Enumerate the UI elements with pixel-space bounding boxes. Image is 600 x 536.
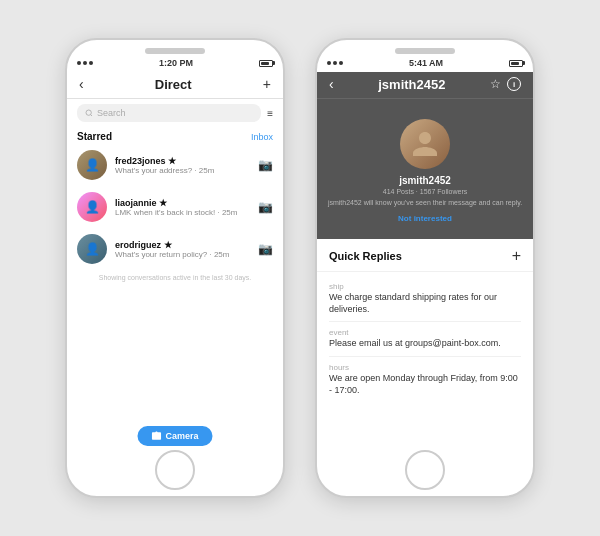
status-icons [259, 60, 273, 67]
status-icons-2 [509, 60, 523, 67]
phone-1: 1:20 PM ‹ Direct + Search ≡ Starred Inbo… [65, 38, 285, 498]
quick-replies-title: Quick Replies [329, 250, 402, 262]
quick-replies-list: ship We charge standard shipping rates f… [317, 272, 533, 496]
search-input-wrapper[interactable]: Search [77, 104, 261, 122]
back-button-2[interactable]: ‹ [329, 76, 334, 92]
profile-stats: 414 Posts · 1567 Followers [383, 188, 467, 195]
status-bar-1: 1:20 PM [67, 40, 283, 72]
battery-fill-2 [511, 62, 519, 65]
camera-button[interactable]: Camera [137, 426, 212, 446]
nav-bar-1: ‹ Direct + [67, 72, 283, 99]
add-button[interactable]: + [263, 76, 271, 92]
message-content-2: liaojannie ★ LMK when it's back in stock… [115, 198, 250, 217]
status-time-2: 5:41 AM [409, 58, 443, 68]
preview-2: LMK when it's back in stock! · 25m [115, 208, 250, 217]
camera-icon-2: 📷 [258, 200, 273, 214]
search-placeholder: Search [97, 108, 126, 118]
preview-1: What's your address? · 25m [115, 166, 250, 175]
message-item[interactable]: 👤 fred23jones ★ What's your address? · 2… [67, 144, 283, 186]
quick-reply-item-2[interactable]: event Please email us at groups@paint-bo… [317, 322, 533, 356]
quick-reply-item-3[interactable]: hours We are open Monday through Friday,… [317, 357, 533, 402]
username-1: fred23jones ★ [115, 156, 250, 166]
info-button[interactable]: i [507, 77, 521, 91]
camera-button-label: Camera [165, 431, 198, 441]
camera-icon-1: 📷 [258, 158, 273, 172]
not-interested-button[interactable]: Not interested [398, 214, 452, 223]
message-content-3: erodriguez ★ What's your return policy? … [115, 240, 250, 259]
status-bar-2: 5:41 AM [317, 40, 533, 72]
avatar-icon [410, 129, 440, 159]
profile-description: jsmith2452 will know you've seen their m… [328, 199, 522, 206]
phone-2: 5:41 AM ‹ jsmith2452 ☆ i jsmith2452 414 … [315, 38, 535, 498]
signal-dots [77, 61, 93, 65]
battery-fill [261, 62, 269, 65]
inbox-link[interactable]: Inbox [251, 132, 273, 142]
profile-username: jsmith2452 [399, 175, 451, 186]
dot-4 [327, 61, 331, 65]
signal-dots-2 [327, 61, 343, 65]
reply-text-2: Please email us at groups@paint-box.com. [329, 338, 521, 350]
nav-title: Direct [155, 77, 192, 92]
battery-icon-2 [509, 60, 523, 67]
dot-3 [89, 61, 93, 65]
message-content-1: fred23jones ★ What's your address? · 25m [115, 156, 250, 175]
back-button[interactable]: ‹ [79, 76, 84, 92]
message-item-3[interactable]: 👤 erodriguez ★ What's your return policy… [67, 228, 283, 270]
profile-nav-username: jsmith2452 [378, 77, 445, 92]
quick-replies-header: Quick Replies + [317, 239, 533, 272]
svg-line-1 [91, 115, 92, 116]
showing-note: Showing conversations active in the last… [67, 270, 283, 285]
shortcut-2: event [329, 328, 521, 337]
quick-reply-item-1[interactable]: ship We charge standard shipping rates f… [317, 276, 533, 321]
svg-point-0 [86, 110, 91, 115]
shortcut-3: hours [329, 363, 521, 372]
dot-5 [333, 61, 337, 65]
star-button[interactable]: ☆ [490, 77, 501, 91]
dot-1 [77, 61, 81, 65]
starred-section-header: Starred Inbox [67, 127, 283, 144]
profile-section: jsmith2452 414 Posts · 1567 Followers js… [317, 99, 533, 239]
search-icon [85, 109, 93, 117]
camera-icon-3: 📷 [258, 242, 273, 256]
camera-icon-btn [151, 431, 161, 441]
status-time: 1:20 PM [159, 58, 193, 68]
avatar-2: 👤 [77, 192, 107, 222]
nav-bar-2: ‹ jsmith2452 ☆ i [317, 72, 533, 99]
avatar-1: 👤 [77, 150, 107, 180]
search-bar: Search ≡ [67, 99, 283, 127]
username-3: erodriguez ★ [115, 240, 250, 250]
reply-text-3: We are open Monday through Friday, from … [329, 373, 521, 396]
info-icon-label: i [513, 80, 515, 89]
dot-2 [83, 61, 87, 65]
message-item-2[interactable]: 👤 liaojannie ★ LMK when it's back in sto… [67, 186, 283, 228]
battery-icon [259, 60, 273, 67]
avatar-3: 👤 [77, 234, 107, 264]
filter-icon[interactable]: ≡ [267, 108, 273, 119]
username-2: liaojannie ★ [115, 198, 250, 208]
reply-text-1: We charge standard shipping rates for ou… [329, 292, 521, 315]
preview-3: What's your return policy? · 25m [115, 250, 250, 259]
starred-title: Starred [77, 131, 112, 142]
add-quick-reply-button[interactable]: + [512, 247, 521, 265]
shortcut-1: ship [329, 282, 521, 291]
profile-avatar [400, 119, 450, 169]
dot-6 [339, 61, 343, 65]
